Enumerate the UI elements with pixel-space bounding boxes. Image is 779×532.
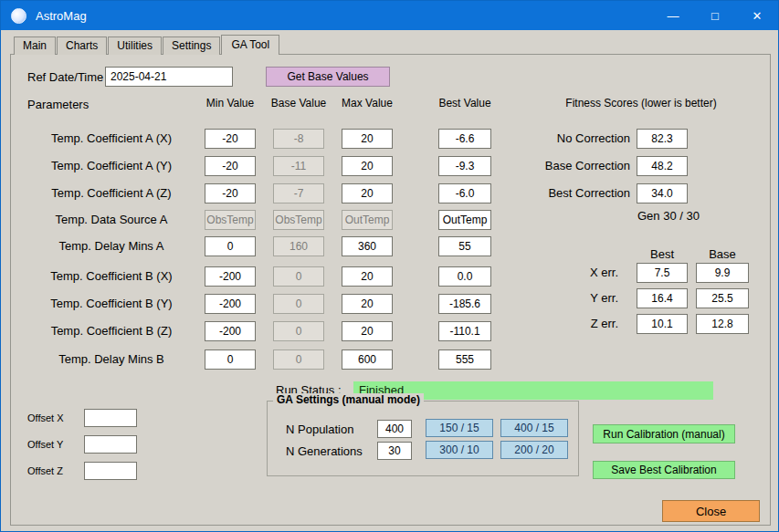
- param-min-input[interactable]: [205, 183, 256, 203]
- offset-y-label: Offset Y: [27, 439, 63, 450]
- ga-tool-panel: Ref Date/Time Get Base Values Parameters…: [10, 54, 771, 526]
- param-max-input[interactable]: [342, 294, 393, 314]
- param-label: Temp. Data Source A: [20, 213, 203, 226]
- save-best-calibration-button[interactable]: Save Best Calibration: [593, 461, 735, 479]
- n-population-label: N Population: [286, 422, 353, 436]
- param-label: Temp. Delay Mins A: [20, 239, 203, 253]
- base-correction-label: Base Correction: [495, 159, 630, 172]
- preset-400-15-button[interactable]: 400 / 15: [500, 419, 568, 437]
- param-max-input[interactable]: [342, 266, 393, 287]
- y-err-base-value: [696, 288, 749, 308]
- param-min-input[interactable]: [205, 156, 256, 176]
- parameters-header: Parameters: [27, 98, 89, 111]
- base-correction-value: [637, 156, 688, 176]
- param-label: Temp. Coefficient A (X): [20, 131, 203, 145]
- param-best-input[interactable]: [438, 156, 491, 176]
- x-err-best-value: [637, 263, 688, 283]
- param-min-input[interactable]: [205, 129, 256, 149]
- y-err-best-value: [637, 288, 688, 308]
- param-base-input: [273, 129, 324, 149]
- param-min-input[interactable]: [205, 236, 256, 256]
- param-best-input[interactable]: [438, 210, 491, 230]
- z-err-best-value: [637, 314, 688, 334]
- z-err-base-value: [696, 314, 749, 334]
- param-best-input[interactable]: [438, 349, 491, 370]
- param-base-input: [273, 210, 324, 230]
- param-best-input[interactable]: [438, 183, 491, 203]
- window-controls: — □ ✕: [652, 1, 778, 30]
- best-correction-label: Best Correction: [495, 186, 630, 200]
- param-base-input: [273, 156, 324, 176]
- ga-settings-group: GA Settings (manual mode) N Population 1…: [267, 401, 579, 476]
- param-max-input[interactable]: [342, 156, 393, 176]
- no-correction-label: No Correction: [495, 131, 630, 145]
- preset-300-10-button[interactable]: 300 / 10: [426, 441, 493, 459]
- offset-z-label: Offset Z: [27, 465, 63, 476]
- param-min-input[interactable]: [205, 349, 256, 370]
- param-base-input: [273, 266, 324, 287]
- param-best-input[interactable]: [438, 321, 491, 341]
- tab-charts[interactable]: Charts: [57, 37, 107, 55]
- param-best-input[interactable]: [438, 236, 491, 256]
- ref-datetime-input[interactable]: [105, 67, 233, 87]
- param-label: Temp. Coefficient B (X): [20, 269, 203, 283]
- n-population-input[interactable]: [377, 420, 412, 438]
- n-generations-input[interactable]: [377, 442, 412, 460]
- tab-main[interactable]: Main: [14, 37, 56, 55]
- best-value-header: Best Value: [420, 97, 510, 110]
- param-label: Temp. Coefficient A (Y): [20, 159, 203, 172]
- app-icon: [11, 8, 26, 24]
- param-best-input[interactable]: [438, 266, 491, 287]
- param-best-input[interactable]: [438, 294, 491, 314]
- titlebar: AstroMag — □ ✕: [1, 1, 778, 30]
- close-button[interactable]: Close: [662, 500, 760, 522]
- minimize-button[interactable]: —: [652, 1, 694, 30]
- x-err-label: X err.: [509, 266, 618, 279]
- offset-x-label: Offset X: [27, 412, 64, 423]
- param-min-input: [205, 210, 256, 230]
- offset-y-input[interactable]: [84, 435, 137, 454]
- param-max-input[interactable]: [342, 129, 393, 149]
- err-base-column-header: Base: [696, 247, 749, 261]
- close-window-button[interactable]: ✕: [736, 1, 778, 30]
- window-title: AstroMag: [36, 9, 87, 23]
- no-correction-value: [637, 129, 688, 149]
- offset-x-input[interactable]: [84, 409, 137, 427]
- y-err-label: Y err.: [509, 291, 618, 305]
- get-base-values-button[interactable]: Get Base Values: [266, 67, 390, 87]
- param-base-input: [273, 321, 324, 341]
- maximize-button[interactable]: □: [694, 1, 736, 30]
- param-base-input: [273, 294, 324, 314]
- offset-z-input[interactable]: [84, 462, 137, 480]
- param-max-input[interactable]: [342, 321, 393, 341]
- tab-ga-tool[interactable]: GA Tool: [221, 35, 279, 55]
- tab-settings[interactable]: Settings: [163, 37, 220, 55]
- fitness-scores-header: Fitness Scores (lower is better): [518, 97, 764, 110]
- tab-bar: Main Charts Utilities Settings GA Tool: [14, 35, 280, 55]
- param-max-input[interactable]: [342, 183, 393, 203]
- z-err-label: Z err.: [509, 317, 618, 330]
- param-best-input[interactable]: [438, 129, 491, 149]
- param-min-input[interactable]: [205, 294, 256, 314]
- n-generations-label: N Generations: [286, 444, 363, 458]
- param-min-input[interactable]: [205, 266, 256, 287]
- ga-settings-title: GA Settings (manual mode): [273, 393, 424, 406]
- ref-datetime-label: Ref Date/Time: [27, 70, 103, 84]
- param-max-input[interactable]: [342, 236, 393, 256]
- run-calibration-button[interactable]: Run Calibration (manual): [593, 424, 735, 443]
- param-min-input[interactable]: [205, 321, 256, 341]
- preset-200-20-button[interactable]: 200 / 20: [500, 441, 568, 459]
- param-label: Temp. Coefficient B (Z): [20, 324, 203, 338]
- app-window: AstroMag — □ ✕ Main Charts Utilities Set…: [0, 0, 779, 532]
- generation-counter: Gen 30 / 30: [637, 209, 700, 223]
- x-err-base-value: [696, 263, 749, 283]
- tab-utilities[interactable]: Utilities: [108, 37, 162, 55]
- param-base-input: [273, 183, 324, 203]
- param-label: Temp. Coefficient A (Z): [20, 186, 203, 200]
- best-correction-value: [637, 183, 688, 203]
- param-max-input: [342, 210, 393, 230]
- preset-150-15-button[interactable]: 150 / 15: [426, 419, 493, 437]
- param-base-input: [273, 349, 324, 370]
- param-label: Temp. Delay Mins B: [20, 352, 203, 366]
- param-max-input[interactable]: [342, 349, 393, 370]
